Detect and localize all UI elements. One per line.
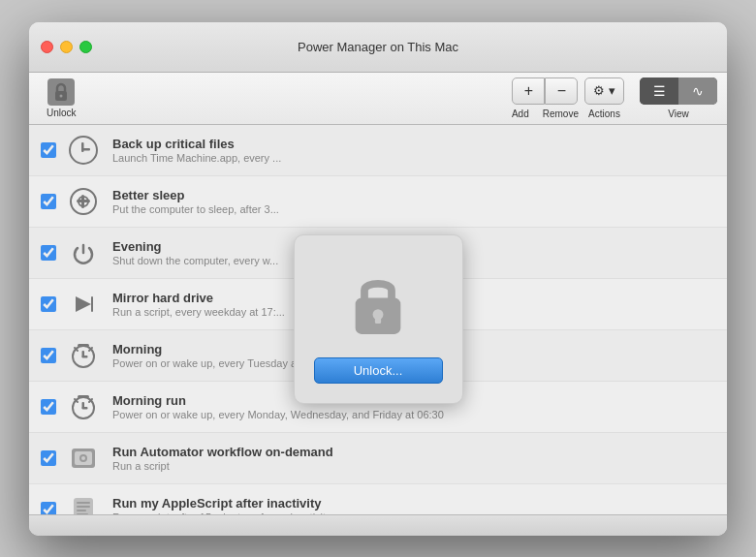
lock-button[interactable]: Unlock [39, 75, 84, 122]
titlebar: Power Manager on This Mac [29, 22, 727, 73]
view-graph-button[interactable]: ∿ [678, 77, 717, 105]
lock-icon [47, 78, 75, 106]
unlock-dialog-button[interactable]: Unlock... [314, 357, 443, 384]
remove-button[interactable]: − [545, 77, 578, 105]
maximize-button[interactable] [79, 41, 92, 53]
remove-label: Remove [543, 108, 579, 119]
view-group: ☰ ∿ View [640, 77, 717, 119]
actions-group: ⚙ ▾ Actions [584, 77, 624, 119]
add-button[interactable]: + [512, 77, 545, 105]
view-list-icon: ☰ [653, 83, 666, 99]
traffic-lights [41, 41, 92, 53]
main-window: Power Manager on This Mac Unlock + − Add [29, 22, 727, 536]
actions-button[interactable]: ⚙ ▾ [584, 77, 624, 105]
add-label: Add [512, 108, 529, 119]
toolbar: Unlock + − Add Remove ⚙ ▾ Actions [29, 73, 727, 125]
minimize-button[interactable] [60, 41, 73, 53]
actions-gear-icon: ⚙ [593, 83, 605, 98]
bottom-bar [29, 514, 727, 536]
svg-rect-30 [375, 316, 381, 324]
view-list-button[interactable]: ☰ [640, 77, 678, 105]
actions-label: Actions [588, 108, 620, 119]
svg-point-1 [60, 94, 63, 97]
lock-dialog: Unlock... [294, 234, 463, 404]
close-button[interactable] [41, 41, 53, 53]
add-remove-buttons: + − [512, 77, 578, 105]
list-area: Back up critical filesLaunch Time Machin… [29, 125, 727, 514]
lock-overlay: Unlock... [29, 125, 727, 514]
view-buttons: ☰ ∿ [640, 77, 717, 105]
lock-label: Unlock [47, 108, 77, 118]
actions-chevron-icon: ▾ [609, 83, 615, 98]
view-graph-icon: ∿ [692, 83, 704, 99]
window-title: Power Manager on This Mac [298, 40, 458, 54]
add-remove-group: + − Add Remove [512, 77, 579, 119]
view-label: View [668, 108, 689, 119]
big-lock-icon [339, 264, 417, 342]
